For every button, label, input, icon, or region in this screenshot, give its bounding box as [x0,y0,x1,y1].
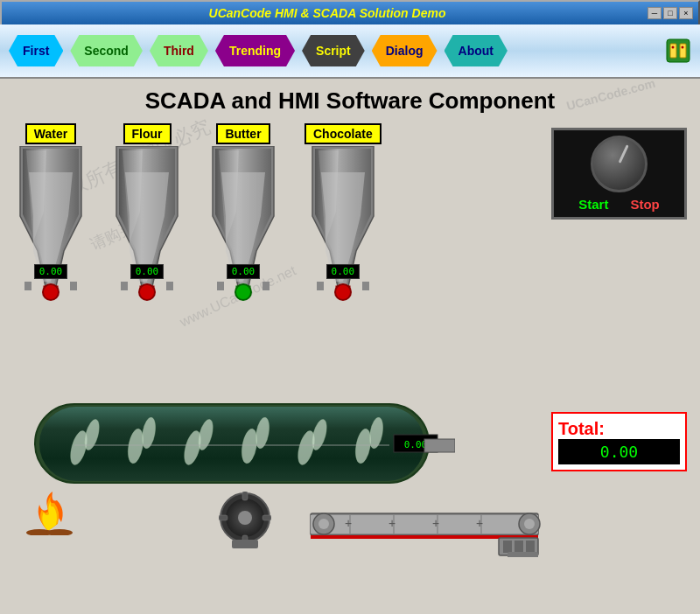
water-valve[interactable] [42,283,60,301]
pump [219,492,271,552]
nav-script[interactable]: Script [302,35,365,66]
svg-point-52 [46,529,73,535]
flour-valve[interactable] [138,283,156,301]
svg-rect-24 [217,282,224,290]
mixer-tank: 0.00 [9,395,455,499]
app-title: UCanCode HMI & SCADA Solution Demo [7,6,648,20]
nav-third[interactable]: Third [150,35,208,66]
total-panel: Total: 0.00 [551,412,687,471]
nav-about[interactable]: About [444,35,508,66]
hopper-chocolate: Chocolate [304,123,382,301]
control-panel: Start Stop Total: 0.00 [551,123,691,543]
scada-area: Water [9,123,691,543]
butter-valve[interactable] [234,283,252,301]
minimize-button[interactable]: ─ [648,7,662,19]
settings-icon[interactable] [665,38,691,64]
hopper-flour: Flour [112,123,182,301]
svg-rect-17 [121,282,128,290]
nav-trending[interactable]: Trending [215,35,295,66]
conveyor-belt: + + + + [306,505,542,561]
start-stop-buttons: Start Stop [578,197,660,212]
butter-label: Butter [216,123,270,144]
svg-rect-25 [262,282,270,290]
hopper-butter: Butter [208,123,278,301]
svg-rect-80 [508,552,538,557]
svg-rect-79 [526,541,535,553]
window-buttons: ─ □ × [648,7,693,19]
main-title: SCADA and HMI Software Component UCanCod… [9,87,691,115]
switch-panel: Start Stop [551,128,687,220]
nav-dialog[interactable]: Dialog [372,35,438,66]
total-value: 0.00 [558,439,680,464]
fire-icon [18,487,79,539]
start-button[interactable]: Start [578,197,608,212]
chocolate-value: 0.00 [326,264,360,279]
svg-point-70 [524,519,535,529]
svg-rect-57 [219,515,228,520]
svg-point-68 [318,519,329,529]
svg-text:+: + [476,516,483,530]
svg-rect-10 [24,282,32,290]
total-label: Total: [558,419,680,439]
svg-rect-58 [262,515,271,520]
svg-rect-60 [232,540,258,548]
svg-rect-31 [317,282,324,290]
water-value: 0.00 [34,264,68,279]
flour-value: 0.00 [130,264,164,279]
main-content: SCADA and HMI Software Component UCanCod… [0,79,700,614]
maximize-button[interactable]: □ [663,7,677,19]
nav-second[interactable]: Second [70,35,143,66]
chocolate-valve[interactable] [334,283,352,301]
title-bar: UCanCode HMI & SCADA Solution Demo ─ □ × [0,0,700,24]
hoppers-area: Water [9,123,542,543]
nav-first[interactable]: First [9,35,63,66]
flour-label: Flour [123,123,172,144]
svg-rect-55 [242,492,248,500]
svg-text:+: + [345,516,352,530]
svg-rect-50 [424,439,455,452]
svg-rect-32 [362,282,369,290]
svg-text:+: + [432,516,439,530]
svg-rect-11 [70,282,77,290]
chocolate-label: Chocolate [304,123,382,144]
svg-rect-77 [503,541,512,553]
svg-text:+: + [388,516,396,530]
mixer-tank-svg: 0.00 [9,395,455,496]
svg-point-3 [672,46,675,49]
svg-point-59 [238,511,252,525]
stop-button[interactable]: Stop [630,197,659,212]
svg-rect-78 [514,541,523,553]
butter-value: 0.00 [227,264,261,279]
close-button[interactable]: × [679,7,693,19]
svg-rect-2 [680,44,686,58]
svg-rect-1 [670,44,676,58]
svg-point-4 [682,46,684,49]
control-knob[interactable] [591,136,648,192]
nav-bar: First Second Third Trending Script Dialo… [0,24,700,79]
svg-rect-18 [166,282,173,290]
hopper-water: Water [16,123,86,301]
svg-text:0.00: 0.00 [404,439,428,450]
water-label: Water [25,123,76,144]
